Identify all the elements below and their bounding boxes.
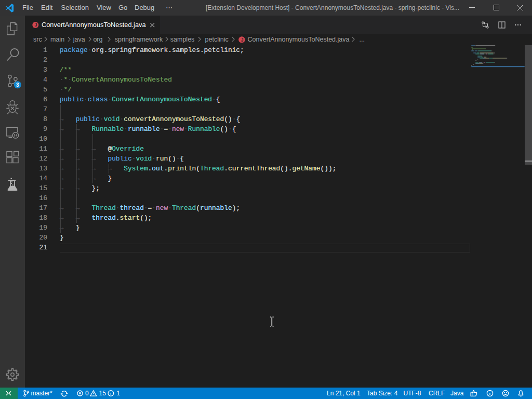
svg-text:J: J (34, 22, 37, 28)
svg-text:3: 3 (16, 82, 19, 88)
svg-text:J: J (241, 37, 243, 42)
